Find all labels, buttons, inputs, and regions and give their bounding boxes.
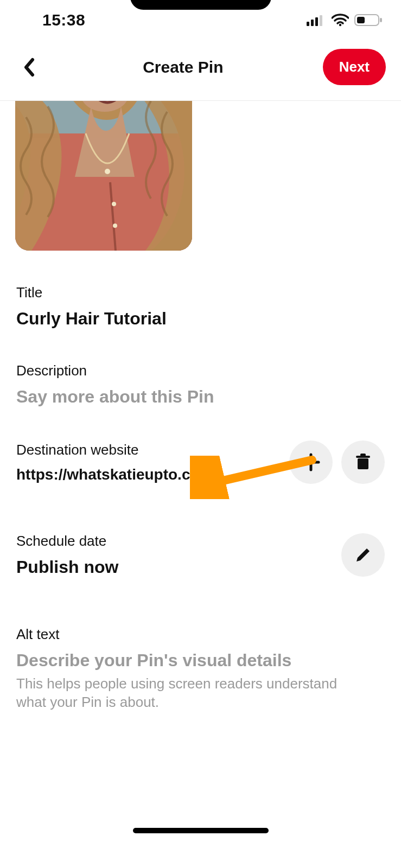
bottom-fade	[0, 760, 401, 868]
svg-rect-6	[380, 18, 382, 22]
next-button[interactable]: Next	[323, 49, 386, 85]
destination-url-input[interactable]: https://whatskatieupto.com/	[16, 466, 278, 483]
svg-rect-2	[315, 17, 318, 26]
plus-icon	[301, 452, 321, 472]
pin-image-preview[interactable]	[15, 101, 192, 251]
alttext-help: This helps people using screen readers u…	[16, 675, 342, 712]
pin-thumbnail-illustration	[15, 101, 192, 251]
svg-point-10	[105, 169, 110, 174]
wifi-icon	[332, 14, 349, 27]
chevron-left-icon	[23, 58, 36, 77]
destination-section: Destination website https://whatskatieup…	[16, 441, 385, 484]
device-notch	[130, 0, 271, 10]
status-icons	[307, 14, 383, 27]
trash-icon	[354, 453, 372, 471]
edit-schedule-button[interactable]	[341, 533, 385, 577]
svg-rect-7	[357, 17, 365, 23]
title-label: Title	[16, 284, 385, 301]
title-input[interactable]: Curly Hair Tutorial	[16, 309, 385, 329]
home-indicator	[133, 828, 269, 833]
page-title: Create Pin	[143, 58, 223, 76]
svg-point-4	[339, 24, 341, 26]
cellular-icon	[307, 14, 326, 26]
alttext-label: Alt text	[16, 626, 385, 643]
svg-rect-1	[311, 20, 314, 26]
svg-point-12	[113, 224, 117, 228]
svg-rect-0	[307, 22, 309, 26]
schedule-label: Schedule date	[16, 533, 341, 550]
description-input[interactable]: Say more about this Pin	[16, 387, 385, 407]
pencil-icon	[355, 547, 371, 563]
title-section: Title Curly Hair Tutorial	[16, 284, 385, 329]
destination-label: Destination website	[16, 442, 278, 458]
alttext-input[interactable]: Describe your Pin's visual details	[16, 650, 385, 671]
schedule-section: Schedule date Publish now	[16, 533, 385, 577]
svg-rect-13	[358, 458, 368, 469]
add-link-button[interactable]	[289, 441, 333, 484]
alttext-section: Alt text Describe your Pin's visual deta…	[16, 626, 385, 712]
svg-rect-3	[320, 15, 322, 26]
svg-point-11	[112, 202, 116, 206]
description-label: Description	[16, 362, 385, 379]
description-section: Description Say more about this Pin	[16, 362, 385, 407]
status-time: 15:38	[18, 11, 85, 29]
delete-link-button[interactable]	[341, 441, 385, 484]
app-header: Create Pin Next	[0, 38, 401, 101]
svg-rect-15	[360, 454, 366, 456]
schedule-value[interactable]: Publish now	[16, 557, 341, 577]
battery-icon	[354, 14, 383, 27]
back-button[interactable]	[15, 53, 43, 81]
